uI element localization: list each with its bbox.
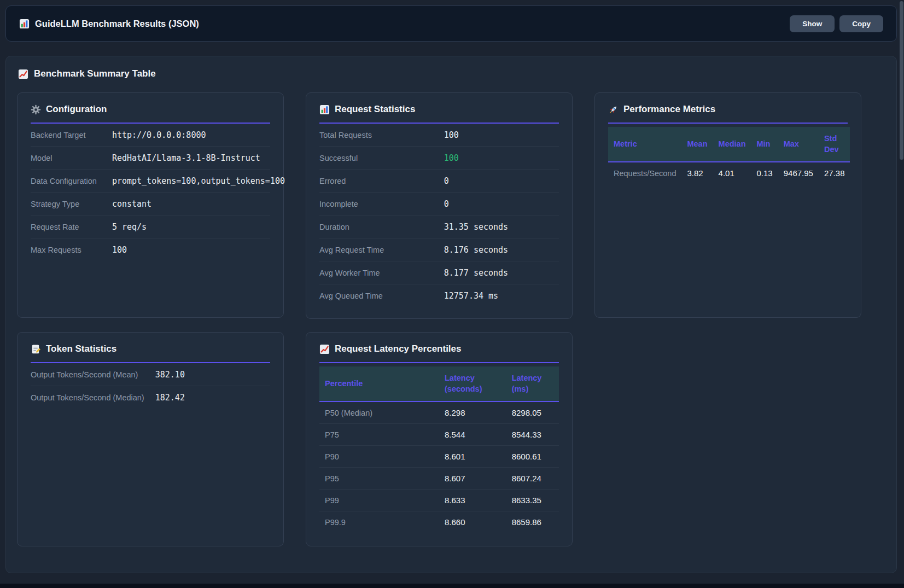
bar-chart-icon bbox=[19, 19, 30, 29]
metric-name-cell: Requests/Second bbox=[608, 162, 681, 184]
table-header-row: Metric Mean Median Min Max Std Dev bbox=[608, 127, 850, 162]
row-value: 100 bbox=[112, 245, 127, 255]
mean-cell: 3.82 bbox=[681, 162, 713, 184]
card-request-statistics-header: Request Statistics bbox=[319, 104, 559, 124]
row-label: Avg Worker Time bbox=[319, 269, 444, 277]
section-title: Benchmark Summary Table bbox=[18, 68, 885, 79]
row-value: constant bbox=[112, 199, 151, 209]
max-cell: 9467.95 bbox=[778, 162, 819, 184]
table-row-p95: P95 8.607 8607.24 bbox=[319, 468, 559, 490]
col-median: Median bbox=[713, 127, 751, 162]
latency-seconds-cell: 8.544 bbox=[439, 424, 506, 446]
card-latency-percentiles-header: Request Latency Percentiles bbox=[319, 344, 559, 363]
col-min: Min bbox=[751, 127, 778, 162]
chart-increasing-icon bbox=[18, 69, 28, 79]
latency-seconds-cell: 8.660 bbox=[439, 511, 506, 533]
card-title: Request Latency Percentiles bbox=[335, 344, 461, 354]
percentile-cell: P99.9 bbox=[319, 511, 439, 533]
row-value: 5 req/s bbox=[112, 222, 147, 232]
card-configuration: Configuration Backend Target http://0.0.… bbox=[17, 92, 284, 318]
config-row-max-requests: Max Requests 100 bbox=[31, 238, 270, 261]
card-title: Request Statistics bbox=[335, 104, 415, 115]
header-bar: GuideLLM Benchmark Results (JSON) Show C… bbox=[5, 5, 897, 42]
row-value: http://0.0.0.0:8000 bbox=[112, 130, 206, 140]
card-request-statistics: Request Statistics Total Requests 100 Su… bbox=[306, 92, 573, 319]
row-value: 8.177 seconds bbox=[444, 268, 508, 278]
row-label: Strategy Type bbox=[31, 200, 112, 208]
row-value: 31.35 seconds bbox=[444, 222, 508, 232]
table-row-p99-9: P99.9 8.660 8659.86 bbox=[319, 511, 559, 533]
table-row-p99: P99 8.633 8633.35 bbox=[319, 490, 559, 511]
gear-icon bbox=[31, 104, 41, 115]
table-row-p75: P75 8.544 8544.33 bbox=[319, 424, 559, 446]
config-row-request-rate: Request Rate 5 req/s bbox=[31, 216, 270, 238]
latency-ms-cell: 8607.24 bbox=[506, 468, 559, 490]
show-button[interactable]: Show bbox=[790, 15, 835, 32]
copy-button[interactable]: Copy bbox=[839, 15, 883, 32]
token-row-mean: Output Tokens/Second (Mean) 382.10 bbox=[31, 363, 270, 386]
bar-chart-icon bbox=[319, 104, 330, 115]
std-dev-cell: 27.38 bbox=[819, 162, 850, 184]
row-label: Incomplete bbox=[319, 200, 444, 208]
stat-row-avg-worker-time: Avg Worker Time 8.177 seconds bbox=[319, 261, 559, 284]
latency-ms-cell: 8298.05 bbox=[506, 401, 559, 424]
config-row-data-configuration: Data Configuration prompt_tokens=100,out… bbox=[31, 170, 270, 193]
row-label: Errored bbox=[319, 177, 444, 185]
row-value: prompt_tokens=100,output_tokens=100 bbox=[112, 176, 285, 186]
row-label: Total Requests bbox=[319, 131, 444, 139]
table-row-p90: P90 8.601 8600.61 bbox=[319, 446, 559, 468]
col-mean: Mean bbox=[681, 127, 713, 162]
percentile-cell: P50 (Median) bbox=[319, 401, 439, 424]
card-performance-metrics: Performance Metrics Metric Mean Median M… bbox=[594, 92, 861, 318]
card-title: Performance Metrics bbox=[623, 104, 715, 115]
row-value: 100 bbox=[444, 130, 459, 140]
memo-icon bbox=[31, 344, 41, 354]
section-title-label: Benchmark Summary Table bbox=[34, 68, 156, 79]
percentile-cell: P99 bbox=[319, 490, 439, 511]
stat-row-total-requests: Total Requests 100 bbox=[319, 124, 559, 147]
stat-row-errored: Errored 0 bbox=[319, 170, 559, 193]
percentile-cell: P90 bbox=[319, 446, 439, 468]
row-label: Duration bbox=[319, 223, 444, 231]
col-metric: Metric bbox=[608, 127, 681, 162]
stat-row-avg-request-time: Avg Request Time 8.176 seconds bbox=[319, 238, 559, 261]
config-row-model: Model RedHatAI/Llama-3.1-8B-Instruct bbox=[31, 147, 270, 170]
chart-increasing-icon bbox=[319, 344, 330, 354]
config-row-backend-target: Backend Target http://0.0.0.0:8000 bbox=[31, 124, 270, 147]
row-label: Model bbox=[31, 154, 112, 162]
col-std-dev: Std Dev bbox=[819, 127, 850, 162]
row-label: Successful bbox=[319, 154, 444, 162]
latency-seconds-cell: 8.607 bbox=[439, 468, 506, 490]
min-cell: 0.13 bbox=[751, 162, 778, 184]
card-performance-metrics-header: Performance Metrics bbox=[608, 104, 848, 124]
rocket-icon bbox=[608, 104, 619, 115]
row-value: 182.42 bbox=[155, 393, 185, 403]
row-label: Backend Target bbox=[31, 131, 112, 139]
performance-metrics-table: Metric Mean Median Min Max Std Dev Reque… bbox=[608, 127, 850, 184]
page-title: GuideLLM Benchmark Results (JSON) bbox=[35, 19, 199, 29]
median-cell: 4.01 bbox=[713, 162, 751, 184]
card-latency-percentiles: Request Latency Percentiles Percentile L… bbox=[306, 332, 573, 546]
latency-seconds-cell: 8.601 bbox=[439, 446, 506, 468]
stat-row-avg-queued-time: Avg Queued Time 12757.34 ms bbox=[319, 284, 559, 307]
latency-ms-cell: 8633.35 bbox=[506, 490, 559, 511]
row-value: RedHatAI/Llama-3.1-8B-Instruct bbox=[112, 153, 260, 163]
row-value: 0 bbox=[444, 176, 449, 186]
bottom-edge-strip bbox=[0, 584, 904, 588]
scrollbar-thumb[interactable] bbox=[900, 1, 903, 160]
latency-ms-cell: 8600.61 bbox=[506, 446, 559, 468]
row-label: Avg Queued Time bbox=[319, 292, 444, 300]
stat-row-incomplete: Incomplete 0 bbox=[319, 193, 559, 216]
results-panel: Benchmark Summary Table Configuration Ba… bbox=[5, 56, 897, 573]
row-label: Output Tokens/Second (Median) bbox=[31, 393, 155, 402]
row-value: 8.176 seconds bbox=[444, 245, 508, 255]
card-title: Token Statistics bbox=[46, 344, 116, 354]
row-label: Request Rate bbox=[31, 223, 112, 231]
col-latency-ms: Latency (ms) bbox=[506, 366, 559, 401]
table-row-p50: P50 (Median) 8.298 8298.05 bbox=[319, 401, 559, 424]
row-value-success: 100 bbox=[444, 153, 459, 163]
token-row-median: Output Tokens/Second (Median) 182.42 bbox=[31, 386, 270, 409]
latency-ms-cell: 8544.33 bbox=[506, 424, 559, 446]
config-row-strategy-type: Strategy Type constant bbox=[31, 193, 270, 216]
percentile-cell: P75 bbox=[319, 424, 439, 446]
